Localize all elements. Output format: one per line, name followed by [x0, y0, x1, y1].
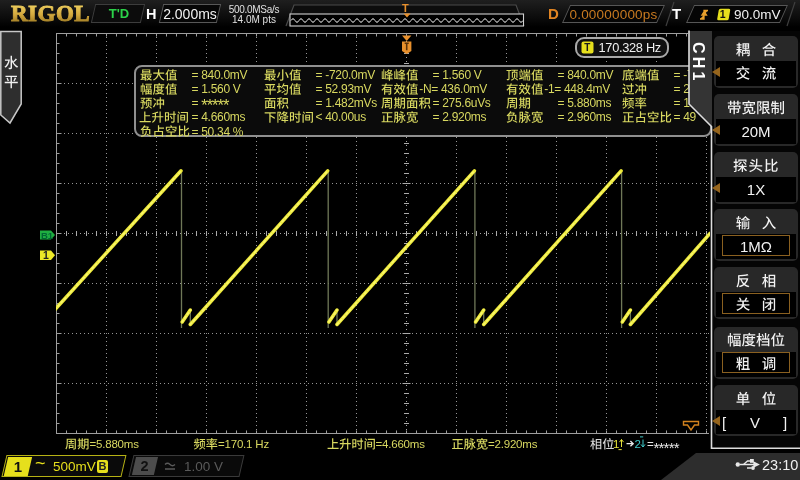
svg-text:-1= 448.4mV: -1= 448.4mV	[544, 82, 610, 96]
svg-text:2: 2	[635, 438, 641, 450]
svg-text:= 50.34 %: = 50.34 %	[192, 125, 244, 139]
svg-text:= 1.560 V: = 1.560 V	[433, 68, 482, 82]
svg-text:= 4.660ms: = 4.660ms	[192, 110, 246, 124]
svg-text:< 40.00us: < 40.00us	[316, 110, 367, 124]
svg-text:= 2.920ms: = 2.920ms	[433, 110, 487, 124]
svg-text:= 275.6uVs: = 275.6uVs	[433, 96, 491, 110]
svg-text:=2.920ms: =2.920ms	[488, 438, 538, 450]
svg-text:=4.660ms: =4.660ms	[376, 438, 426, 450]
svg-text:-N= 436.0mV: -N= 436.0mV	[419, 82, 487, 96]
svg-text:= 52.93mV: = 52.93mV	[316, 82, 372, 96]
svg-text:= 1.560 V: = 1.560 V	[192, 82, 241, 96]
svg-text:=*****: =*****	[647, 438, 680, 456]
svg-text:=170.1 Hz: =170.1 Hz	[218, 438, 269, 450]
svg-text:CH1: CH1	[690, 42, 707, 84]
svg-text:= -720.0mV: = -720.0mV	[316, 68, 376, 82]
svg-text:= 840.0mV: = 840.0mV	[558, 68, 614, 82]
svg-text:= 5.880ms: = 5.880ms	[558, 96, 612, 110]
svg-text:= 49: = 49	[674, 110, 697, 124]
svg-text:= 2.960ms: = 2.960ms	[558, 110, 612, 124]
svg-text:1: 1	[613, 438, 619, 450]
svg-text:= 1.482mVs: = 1.482mVs	[316, 96, 378, 110]
svg-text:= 840.0mV: = 840.0mV	[192, 68, 248, 82]
svg-text:=5.880ms: =5.880ms	[90, 438, 140, 450]
